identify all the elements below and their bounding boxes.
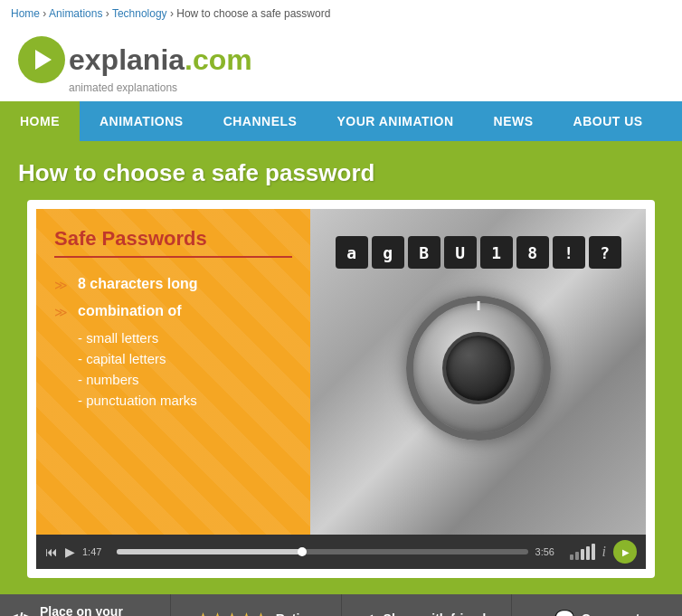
action-bar: </> Place on your website ☆☆☆☆☆ Rating ◄… xyxy=(0,594,682,616)
lock-dial-container xyxy=(406,296,551,441)
sub-bullet-1: - small letters xyxy=(78,330,292,346)
signal-bars xyxy=(570,544,595,560)
key-8: 8 xyxy=(516,236,549,269)
breadcrumb: Home › Animations › Technology › How to … xyxy=(0,0,682,27)
sub-bullet-3: - numbers xyxy=(78,372,292,387)
nav-item-your-animation[interactable]: YOUR ANIMATION xyxy=(317,101,473,141)
logo[interactable]: explania.com animated explanations xyxy=(18,36,252,94)
bullet-text-1: 8 characters long xyxy=(78,276,198,292)
bullet-icon-2: ≫ xyxy=(54,305,71,319)
logo-text: explania.com xyxy=(69,43,252,77)
breadcrumb-sep1: › xyxy=(43,7,46,20)
bullet-text-2: combination of xyxy=(78,303,182,319)
password-keys: a g B U 1 8 ! ? xyxy=(336,236,621,269)
nav-item-channels[interactable]: CHANNELS xyxy=(204,101,317,141)
video-slide-title: Safe Passwords xyxy=(54,227,292,258)
progress-bar[interactable] xyxy=(117,549,528,554)
sub-bullet-2: - capital letters xyxy=(78,351,292,366)
page-content: How to choose a safe password Safe Passw… xyxy=(0,141,682,578)
key-B: B xyxy=(408,236,440,269)
breadcrumb-home[interactable]: Home xyxy=(11,7,40,20)
brand-watermark xyxy=(613,540,637,564)
breadcrumb-animations[interactable]: Animations xyxy=(49,7,102,20)
info-button[interactable]: i xyxy=(602,544,606,560)
breadcrumb-technology[interactable]: Technology xyxy=(112,7,167,20)
video-frame[interactable]: Safe Passwords ≫ 8 characters long ≫ com… xyxy=(36,209,646,535)
progress-fill xyxy=(117,549,302,554)
total-time: 3:56 xyxy=(535,546,563,557)
bullet-1: ≫ 8 characters long xyxy=(54,276,292,292)
bullet-2: ≫ combination of xyxy=(54,303,292,319)
bar-2 xyxy=(575,552,579,560)
rating-label: Rating xyxy=(276,611,316,616)
embed-icon: </> xyxy=(9,610,33,617)
progress-thumb[interactable] xyxy=(298,547,307,556)
video-container: Safe Passwords ≫ 8 characters long ≫ com… xyxy=(27,200,655,578)
video-left-panel: Safe Passwords ≫ 8 characters long ≫ com… xyxy=(36,209,310,535)
rewind-button[interactable]: ⏮ xyxy=(45,545,58,559)
page-title: How to choose a safe password xyxy=(18,159,664,187)
nav-item-news[interactable]: NEWS xyxy=(474,101,554,141)
logo-icon xyxy=(18,36,65,83)
embed-button[interactable]: </> Place on your website xyxy=(0,594,171,616)
comment-label: Comment xyxy=(582,611,640,616)
breadcrumb-sep3: › xyxy=(170,7,174,20)
current-time: 1:47 xyxy=(82,546,109,557)
bullet-icon-1: ≫ xyxy=(54,278,71,292)
lock-dial xyxy=(406,296,551,441)
sub-bullet-4: - punctuation marks xyxy=(78,393,292,408)
share-button[interactable]: ◄ Share with friends xyxy=(342,594,513,616)
share-icon: ◄ xyxy=(360,610,376,617)
bar-1 xyxy=(570,554,573,560)
key-quest: ? xyxy=(589,236,621,269)
play-button[interactable]: ▶ xyxy=(65,545,75,559)
embed-label: Place on your website xyxy=(40,604,161,616)
video-controls: ⏮ ▶ 1:47 3:56 i xyxy=(36,535,646,569)
nav-item-animations[interactable]: ANIMATIONS xyxy=(80,101,204,141)
key-a: a xyxy=(336,236,368,269)
comment-button[interactable]: 💬 Comment xyxy=(512,594,682,616)
share-label: Share with friends xyxy=(384,611,493,616)
video-right-panel: a g B U 1 8 ! ? xyxy=(310,209,646,535)
key-g: g xyxy=(372,236,404,269)
logo-subtitle: animated explanations xyxy=(69,81,177,94)
rating-stars: ☆☆☆☆☆ xyxy=(196,611,269,617)
lock-inner xyxy=(442,332,515,404)
sub-bullets: - small letters - capital letters - numb… xyxy=(78,330,292,413)
key-U: U xyxy=(444,236,477,269)
bar-3 xyxy=(581,549,584,560)
bar-5 xyxy=(592,544,595,560)
breadcrumb-sep2: › xyxy=(106,7,109,20)
comment-icon: 💬 xyxy=(554,609,574,616)
key-excl: ! xyxy=(553,236,585,269)
bar-4 xyxy=(586,546,590,560)
breadcrumb-current: How to choose a safe password xyxy=(176,7,330,20)
nav-item-home[interactable]: HOME xyxy=(0,101,80,141)
rating-button[interactable]: ☆☆☆☆☆ Rating xyxy=(171,594,342,616)
main-nav: HOME ANIMATIONS CHANNELS YOUR ANIMATION … xyxy=(0,101,682,141)
key-1: 1 xyxy=(480,236,513,269)
nav-item-about-us[interactable]: ABOUT US xyxy=(554,101,663,141)
header: explania.com animated explanations xyxy=(0,27,682,101)
